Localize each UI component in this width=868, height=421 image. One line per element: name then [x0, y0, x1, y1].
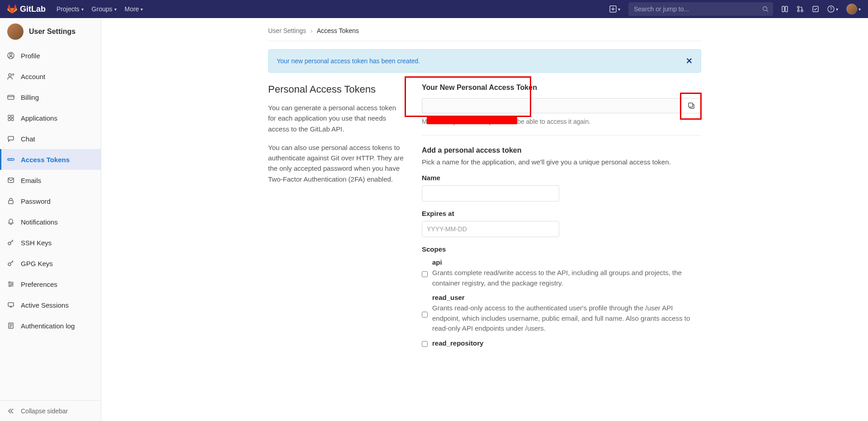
scope-name: api — [432, 258, 701, 266]
svg-rect-25 — [9, 201, 13, 204]
sidebar-item-label: Account — [21, 73, 45, 80]
todos-icon[interactable] — [812, 5, 819, 13]
scope-api-checkbox[interactable] — [422, 260, 428, 288]
name-label: Name — [422, 174, 701, 182]
sidebar-item-access-tokens[interactable]: Access Tokens — [0, 149, 101, 170]
breadcrumb-root[interactable]: User Settings — [268, 27, 306, 34]
preferences-icon — [7, 281, 14, 288]
svg-rect-18 — [11, 118, 14, 121]
billing-icon — [7, 94, 14, 101]
nav-groups[interactable]: Groups▾ — [92, 5, 117, 13]
scope-desc: Grants complete read/write access to the… — [432, 268, 701, 288]
scopes-label: Scopes — [422, 245, 701, 253]
key-icon — [7, 239, 14, 246]
sidebar-item-notifications[interactable]: Notifications — [0, 211, 101, 232]
scope-read-repository-checkbox[interactable] — [422, 341, 428, 347]
svg-rect-14 — [8, 95, 14, 99]
svg-point-4 — [797, 6, 799, 8]
gitlab-logo[interactable]: GitLab — [7, 4, 46, 14]
chevron-down-icon: ▾ — [81, 7, 84, 12]
svg-rect-3 — [785, 6, 788, 12]
help-icon: ? — [827, 5, 835, 13]
copy-token-button[interactable] — [681, 98, 701, 113]
sidebar-item-billing[interactable]: Billing — [0, 87, 101, 108]
sidebar-item-label: Profile — [21, 52, 40, 60]
issues-icon[interactable] — [781, 5, 788, 13]
svg-rect-20 — [8, 159, 14, 160]
sidebar-item-account[interactable]: Account — [0, 66, 101, 87]
svg-rect-17 — [8, 118, 10, 121]
sidebar-item-label: GPG Keys — [21, 260, 53, 267]
add-token-sub: Pick a name for the application, and we'… — [422, 158, 701, 166]
svg-point-29 — [12, 284, 13, 285]
svg-point-23 — [11, 159, 12, 160]
nav-projects[interactable]: Projects▾ — [57, 5, 84, 13]
expires-input[interactable] — [422, 221, 559, 237]
lock-icon — [7, 197, 14, 205]
sidebar-item-preferences[interactable]: Preferences — [0, 274, 101, 295]
help-dropdown[interactable]: ?▾ — [827, 5, 838, 13]
sidebar-item-label: Access Tokens — [21, 156, 70, 164]
collapse-sidebar[interactable]: Collapse sidebar — [0, 400, 101, 421]
applications-icon — [7, 114, 14, 122]
sidebar-item-chat[interactable]: Chat — [0, 128, 101, 149]
sidebar-item-auth-log[interactable]: Authentication log — [0, 315, 101, 336]
sidebar-item-label: SSH Keys — [21, 239, 52, 247]
sidebar-item-ssh-keys[interactable]: SSH Keys — [0, 232, 101, 253]
plus-dropdown[interactable]: ▾ — [609, 5, 620, 13]
sidebar-item-password[interactable]: Password — [0, 191, 101, 211]
page-desc-1: You can generate a personal access token… — [268, 103, 404, 134]
sidebar-header[interactable]: User Settings — [0, 18, 101, 45]
svg-rect-24 — [8, 178, 14, 182]
plus-icon — [609, 5, 617, 13]
svg-point-12 — [9, 74, 11, 76]
monitor-icon — [7, 301, 14, 309]
top-navbar: GitLab Projects▾ Groups▾ More▾ ▾ ?▾ ▾ — [0, 0, 868, 18]
scope-read-user-checkbox[interactable] — [422, 295, 428, 334]
sidebar-item-label: Billing — [21, 94, 39, 101]
bell-icon — [7, 218, 14, 225]
svg-point-11 — [10, 54, 12, 56]
svg-rect-2 — [782, 6, 784, 12]
svg-point-30 — [9, 285, 11, 287]
sidebar-item-label: Authentication log — [21, 322, 75, 330]
scope-read-repository: read_repository — [422, 339, 701, 347]
name-input[interactable] — [422, 185, 559, 201]
breadcrumb: User Settings › Access Tokens — [268, 18, 701, 41]
form-column: Your New Personal Access Token Make sure… — [422, 84, 701, 347]
search-input[interactable] — [628, 2, 773, 16]
svg-rect-31 — [8, 303, 14, 306]
svg-point-21 — [9, 159, 9, 160]
chevron-down-icon: ▾ — [141, 7, 143, 12]
sidebar-item-gpg-keys[interactable]: GPG Keys — [0, 253, 101, 274]
svg-rect-16 — [11, 115, 14, 117]
merge-requests-icon[interactable] — [797, 5, 804, 13]
svg-point-22 — [10, 159, 11, 160]
token-redaction — [427, 117, 517, 124]
sidebar-item-active-sessions[interactable]: Active Sessions — [0, 295, 101, 315]
sidebar-item-applications[interactable]: Applications — [0, 108, 101, 128]
add-token-form: Add a personal access token Pick a name … — [422, 146, 701, 347]
sidebar-item-emails[interactable]: Emails — [0, 170, 101, 191]
sidebar-item-profile[interactable]: Profile — [0, 45, 101, 66]
user-menu[interactable]: ▾ — [846, 4, 861, 14]
scope-name: read_repository — [432, 339, 483, 347]
collapse-label: Collapse sidebar — [21, 407, 68, 415]
description-column: Personal Access Tokens You can generate … — [268, 84, 404, 347]
sidebar-item-label: Emails — [21, 177, 41, 184]
svg-point-6 — [801, 10, 803, 12]
chevron-down-icon: ▾ — [114, 7, 117, 12]
brand-text: GitLab — [20, 5, 46, 14]
nav-more[interactable]: More▾ — [125, 5, 143, 13]
breadcrumb-current: Access Tokens — [317, 27, 359, 34]
sidebar-item-label: Active Sessions — [21, 301, 69, 309]
alert-close-button[interactable]: ✕ — [686, 56, 693, 66]
new-token-heading: Your New Personal Access Token — [422, 84, 701, 92]
email-icon — [7, 177, 14, 184]
scope-name: read_user — [432, 294, 701, 301]
token-value-input[interactable] — [422, 98, 681, 113]
svg-rect-34 — [689, 103, 693, 107]
search-icon[interactable] — [762, 6, 769, 12]
tanuki-icon — [7, 4, 17, 14]
svg-text:?: ? — [830, 7, 832, 12]
